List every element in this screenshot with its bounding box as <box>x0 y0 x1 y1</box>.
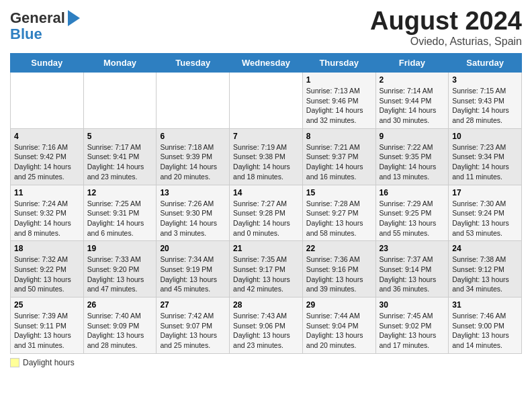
calendar-cell: 5Sunrise: 7:17 AM Sunset: 9:41 PM Daylig… <box>83 128 157 185</box>
calendar-cell: 22Sunrise: 7:36 AM Sunset: 9:16 PM Dayli… <box>302 241 375 298</box>
calendar-cell: 8Sunrise: 7:21 AM Sunset: 9:37 PM Daylig… <box>302 128 375 185</box>
calendar-cell: 12Sunrise: 7:25 AM Sunset: 9:31 PM Dayli… <box>83 185 157 241</box>
day-number: 3 <box>452 75 518 85</box>
day-info: Sunrise: 7:32 AM Sunset: 9:22 PM Dayligh… <box>14 255 80 294</box>
calendar-cell: 28Sunrise: 7:43 AM Sunset: 9:06 PM Dayli… <box>230 298 303 354</box>
day-info: Sunrise: 7:35 AM Sunset: 9:17 PM Dayligh… <box>233 255 299 294</box>
calendar-cell: 25Sunrise: 7:39 AM Sunset: 9:11 PM Dayli… <box>11 298 84 354</box>
day-number: 20 <box>160 244 226 253</box>
day-info: Sunrise: 7:38 AM Sunset: 9:12 PM Dayligh… <box>452 255 518 294</box>
day-number: 19 <box>87 244 153 253</box>
calendar-table: SundayMondayTuesdayWednesdayThursdayFrid… <box>10 53 522 354</box>
day-number: 5 <box>87 132 153 141</box>
day-info: Sunrise: 7:30 AM Sunset: 9:24 PM Dayligh… <box>452 199 518 238</box>
day-number: 29 <box>306 300 372 310</box>
day-info: Sunrise: 7:21 AM Sunset: 9:37 PM Dayligh… <box>306 142 372 182</box>
day-number: 31 <box>452 300 518 310</box>
legend-color-box <box>10 358 19 367</box>
calendar-cell: 4Sunrise: 7:16 AM Sunset: 9:42 PM Daylig… <box>11 128 84 185</box>
day-header-friday: Friday <box>375 54 449 73</box>
day-number: 14 <box>233 188 299 197</box>
day-number: 15 <box>306 188 372 197</box>
day-header-thursday: Thursday <box>302 54 375 73</box>
day-info: Sunrise: 7:27 AM Sunset: 9:28 PM Dayligh… <box>233 199 299 238</box>
day-number: 9 <box>380 132 445 141</box>
calendar-cell <box>157 73 230 129</box>
page-subtitle: Oviedo, Asturias, Spain <box>370 36 522 48</box>
calendar-cell: 16Sunrise: 7:29 AM Sunset: 9:25 PM Dayli… <box>375 185 449 241</box>
calendar-cell: 19Sunrise: 7:33 AM Sunset: 9:20 PM Dayli… <box>83 241 157 298</box>
legend-label: Daylight hours <box>23 358 75 367</box>
day-number: 30 <box>380 300 445 310</box>
day-number: 28 <box>233 300 299 310</box>
calendar-cell: 13Sunrise: 7:26 AM Sunset: 9:30 PM Dayli… <box>157 185 230 241</box>
day-number: 27 <box>160 300 226 310</box>
calendar-cell: 10Sunrise: 7:23 AM Sunset: 9:34 PM Dayli… <box>449 128 522 185</box>
day-number: 7 <box>233 132 299 141</box>
title-block: August 2024 Oviedo, Asturias, Spain <box>370 7 522 48</box>
day-info: Sunrise: 7:40 AM Sunset: 9:09 PM Dayligh… <box>87 311 153 351</box>
day-info: Sunrise: 7:17 AM Sunset: 9:41 PM Dayligh… <box>87 142 153 182</box>
legend: Daylight hours <box>10 358 522 367</box>
day-info: Sunrise: 7:34 AM Sunset: 9:19 PM Dayligh… <box>160 255 226 294</box>
calendar-cell: 27Sunrise: 7:42 AM Sunset: 9:07 PM Dayli… <box>157 298 230 354</box>
day-number: 24 <box>452 244 518 253</box>
day-number: 26 <box>87 300 153 310</box>
day-number: 6 <box>160 132 226 141</box>
day-info: Sunrise: 7:25 AM Sunset: 9:31 PM Dayligh… <box>87 199 153 238</box>
day-number: 1 <box>306 75 372 85</box>
page-title: August 2024 <box>370 7 522 36</box>
calendar-cell: 21Sunrise: 7:35 AM Sunset: 9:17 PM Dayli… <box>230 241 303 298</box>
day-number: 17 <box>452 188 518 197</box>
calendar-cell: 2Sunrise: 7:14 AM Sunset: 9:44 PM Daylig… <box>375 73 449 129</box>
day-header-monday: Monday <box>83 54 157 73</box>
day-number: 16 <box>380 188 445 197</box>
calendar-cell <box>11 73 84 129</box>
calendar-week-row: 4Sunrise: 7:16 AM Sunset: 9:42 PM Daylig… <box>11 128 522 185</box>
day-info: Sunrise: 7:36 AM Sunset: 9:16 PM Dayligh… <box>306 255 372 294</box>
day-number: 2 <box>380 75 445 85</box>
calendar-cell: 14Sunrise: 7:27 AM Sunset: 9:28 PM Dayli… <box>230 185 303 241</box>
day-info: Sunrise: 7:43 AM Sunset: 9:06 PM Dayligh… <box>233 311 299 351</box>
calendar-week-row: 18Sunrise: 7:32 AM Sunset: 9:22 PM Dayli… <box>11 241 522 298</box>
day-number: 18 <box>14 244 80 253</box>
calendar-cell: 30Sunrise: 7:45 AM Sunset: 9:02 PM Dayli… <box>375 298 449 354</box>
calendar-cell: 20Sunrise: 7:34 AM Sunset: 9:19 PM Dayli… <box>157 241 230 298</box>
calendar-cell: 23Sunrise: 7:37 AM Sunset: 9:14 PM Dayli… <box>375 241 449 298</box>
day-number: 10 <box>452 132 518 141</box>
day-info: Sunrise: 7:14 AM Sunset: 9:44 PM Dayligh… <box>380 86 445 126</box>
day-info: Sunrise: 7:39 AM Sunset: 9:11 PM Dayligh… <box>14 311 80 351</box>
day-number: 8 <box>306 132 372 141</box>
day-header-tuesday: Tuesday <box>157 54 230 73</box>
calendar-week-row: 11Sunrise: 7:24 AM Sunset: 9:32 PM Dayli… <box>11 185 522 241</box>
calendar-cell: 7Sunrise: 7:19 AM Sunset: 9:38 PM Daylig… <box>230 128 303 185</box>
calendar-cell: 15Sunrise: 7:28 AM Sunset: 9:27 PM Dayli… <box>302 185 375 241</box>
calendar-week-row: 25Sunrise: 7:39 AM Sunset: 9:11 PM Dayli… <box>11 298 522 354</box>
day-header-saturday: Saturday <box>449 54 522 73</box>
day-info: Sunrise: 7:24 AM Sunset: 9:32 PM Dayligh… <box>14 199 80 238</box>
calendar-header-row: SundayMondayTuesdayWednesdayThursdayFrid… <box>11 54 522 73</box>
day-header-sunday: Sunday <box>11 54 84 73</box>
day-number: 12 <box>87 188 153 197</box>
day-number: 11 <box>14 188 80 197</box>
calendar-cell <box>83 73 157 129</box>
day-info: Sunrise: 7:28 AM Sunset: 9:27 PM Dayligh… <box>306 199 372 238</box>
day-info: Sunrise: 7:45 AM Sunset: 9:02 PM Dayligh… <box>380 311 445 351</box>
calendar-cell: 11Sunrise: 7:24 AM Sunset: 9:32 PM Dayli… <box>11 185 84 241</box>
calendar-cell: 1Sunrise: 7:13 AM Sunset: 9:46 PM Daylig… <box>302 73 375 129</box>
day-number: 25 <box>14 300 80 310</box>
calendar-cell: 24Sunrise: 7:38 AM Sunset: 9:12 PM Dayli… <box>449 241 522 298</box>
day-info: Sunrise: 7:18 AM Sunset: 9:39 PM Dayligh… <box>160 142 226 182</box>
day-info: Sunrise: 7:42 AM Sunset: 9:07 PM Dayligh… <box>160 311 226 351</box>
day-info: Sunrise: 7:26 AM Sunset: 9:30 PM Dayligh… <box>160 199 226 238</box>
day-info: Sunrise: 7:16 AM Sunset: 9:42 PM Dayligh… <box>14 142 80 182</box>
day-info: Sunrise: 7:37 AM Sunset: 9:14 PM Dayligh… <box>380 255 445 294</box>
day-info: Sunrise: 7:46 AM Sunset: 9:00 PM Dayligh… <box>452 311 518 351</box>
day-number: 22 <box>306 244 372 253</box>
day-info: Sunrise: 7:22 AM Sunset: 9:35 PM Dayligh… <box>380 142 445 182</box>
calendar-cell: 3Sunrise: 7:15 AM Sunset: 9:43 PM Daylig… <box>449 73 522 129</box>
calendar-cell: 18Sunrise: 7:32 AM Sunset: 9:22 PM Dayli… <box>11 241 84 298</box>
day-number: 13 <box>160 188 226 197</box>
day-info: Sunrise: 7:33 AM Sunset: 9:20 PM Dayligh… <box>87 255 153 294</box>
day-info: Sunrise: 7:15 AM Sunset: 9:43 PM Dayligh… <box>452 86 518 126</box>
